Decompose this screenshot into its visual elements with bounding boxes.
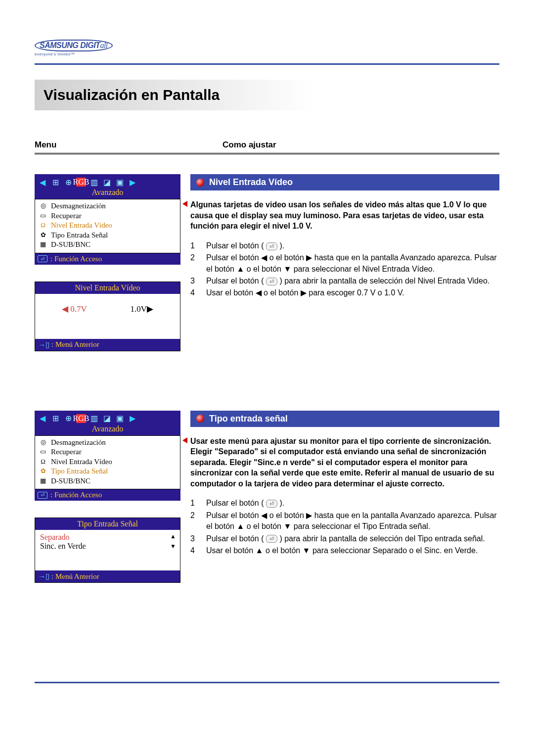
- page-title-bar: Visualización en Pantalla: [35, 80, 499, 110]
- top-divider: [35, 63, 499, 65]
- step-text: Pulsar el botón ( ⏎ ) para abrir la pant…: [206, 533, 499, 544]
- osd-subpanel-2: Tipo Entrada Señal Separado Sinc. en Ver…: [35, 518, 180, 583]
- osd-sub-body: ◀ 0.7V 1.0V▶: [35, 294, 180, 339]
- logo-area: SAMSUNG DIGITall everyone's invited™: [35, 25, 499, 61]
- step-text: Pulsar el botón ( ⏎ ) para abrir la pant…: [206, 276, 499, 286]
- osd-sub-title: Nivel Entrada Vídeo: [35, 282, 180, 294]
- tab-icon: ◪: [102, 414, 112, 423]
- step-number: 1: [190, 240, 199, 251]
- page-title: Visualización en Pantalla: [44, 87, 490, 103]
- sync-option-selected: Separado: [40, 533, 175, 542]
- menu-item-label-selected: Nivel Entrada Vídeo: [51, 221, 112, 231]
- tab-icon: ▥: [89, 178, 99, 187]
- enter-icon: ⏎: [38, 255, 47, 262]
- step-number: 3: [190, 276, 199, 286]
- arrow-down-icon: ▼: [170, 543, 176, 550]
- tab-icon: ⊕: [63, 414, 73, 423]
- osd-menu-list: ◎Desmagnetización ▭Recuperar ΩNivel Entr…: [35, 199, 180, 253]
- step-text: Pulsar el botón ◀ o el botón ▶ hasta que…: [206, 252, 499, 275]
- lead-paragraph: Usar este menú para ajustar su monitor p…: [190, 436, 499, 489]
- step-text: Pulsar el botón ( ⏎ ).: [206, 498, 499, 509]
- arrow-right-icon: ▶: [128, 414, 137, 423]
- pointer-icon: [182, 201, 187, 207]
- osd-func-label: : Función Acceso: [50, 255, 102, 263]
- step-number: 2: [190, 252, 199, 275]
- brand-tagline: everyone's invited™: [35, 52, 119, 56]
- osd-screenshot-1: ◀ ⊞ ⊕ RGB ▥ ◪ ▣ ▶ Avanzado ◎Desmagnetiza…: [35, 174, 180, 351]
- step-text: Usar el botón ◀ o el botón ▶ para escoge…: [206, 287, 499, 298]
- topic-heading: Tipo entrada señal: [190, 411, 499, 427]
- osd-function-hint: ⏎ : Función Acceso: [35, 253, 180, 265]
- osd-tab-title: Avanzado: [35, 425, 180, 435]
- menu-item-label: Recuperar: [51, 211, 82, 221]
- osd-func-label: : Función Acceso: [50, 491, 102, 499]
- menu-item-label: D-SUB/BNC: [51, 240, 90, 250]
- enter-button-icon: ⏎: [266, 535, 277, 543]
- osd-sub-body: Separado Sinc. en Verde ▲ ▼: [35, 530, 180, 570]
- enter-button-icon: ⏎: [266, 242, 277, 250]
- osd-subpanel-1: Nivel Entrada Vídeo ◀ 0.7V 1.0V▶ →▯ : Me…: [35, 282, 180, 351]
- topic-heading: Nivel Entrada Vídeo: [190, 174, 499, 190]
- arrow-up-icon: ▲: [170, 533, 176, 540]
- content-1: Nivel Entrada Vídeo Algunas tarjetas de …: [190, 174, 499, 300]
- header-como-ajustar: Como ajustar: [222, 140, 276, 150]
- osd-screenshot-2: ◀ ⊞ ⊕ RGB ▥ ◪ ▣ ▶ Avanzado ◎Desmagnetiza…: [35, 411, 180, 583]
- header-menu: Menu: [35, 140, 222, 150]
- osd-menu-list: ◎Desmagnetización ▭Recuperar ΩNivel Entr…: [35, 435, 180, 490]
- osd-foot-label: : Menú Anterior: [51, 572, 99, 581]
- bullet-icon: [196, 179, 204, 187]
- tab-icon: ⊞: [50, 178, 60, 187]
- tab-icon: ⊞: [50, 414, 60, 423]
- enter-button-icon: ⏎: [266, 278, 277, 285]
- lead-paragraph: Algunas tarjetas de video usan los señal…: [190, 199, 499, 232]
- bottom-divider: [35, 682, 499, 683]
- menu-item-icon: ▦: [39, 240, 47, 249]
- menu-item-label: D-SUB/BNC: [51, 476, 90, 486]
- osd-foot-label: : Menú Anterior: [51, 340, 99, 349]
- tab-icon: ▣: [115, 414, 125, 423]
- osd-tab-title: Avanzado: [35, 188, 180, 199]
- content-2: Tipo entrada señal Usar este menú para a…: [190, 411, 499, 558]
- menu-item-icon: Ω: [39, 458, 47, 466]
- level-option: 1.0V▶: [131, 304, 154, 314]
- level-option-selected: ◀ 0.7V: [62, 304, 87, 314]
- steps-list: 1Pulsar el botón ( ⏎ ). 2Pulsar el botón…: [190, 498, 499, 556]
- menu-item-label: Nivel Entrada Vídeo: [51, 457, 112, 467]
- enter-button-icon: ⏎: [266, 500, 277, 508]
- tab-icon-active: RGB: [76, 414, 86, 423]
- menu-item-icon: ▭: [39, 448, 47, 456]
- pointer-icon: [182, 437, 187, 443]
- exit-icon: →▯: [38, 340, 49, 349]
- menu-item-label: Tipo Entrada Señal: [51, 231, 108, 240]
- arrow-left-icon: ◀: [38, 414, 47, 423]
- tab-icon-active: RGB: [76, 178, 86, 187]
- step-text: Pulsar el botón ◀ o el botón ▶ hasta que…: [206, 510, 499, 532]
- menu-item-label: Desmagnetización: [51, 438, 106, 448]
- step-number: 2: [190, 510, 199, 532]
- step-number: 3: [190, 533, 199, 544]
- menu-item-label-selected: Tipo Entrada Señal: [51, 467, 108, 476]
- menu-item-icon: ◎: [39, 438, 47, 447]
- steps-list: 1Pulsar el botón ( ⏎ ). 2Pulsar el botón…: [190, 240, 499, 299]
- column-headers: Menu Como ajustar: [35, 140, 499, 154]
- menu-item-icon: ▦: [39, 477, 47, 485]
- menu-item-icon: Ω: [39, 221, 47, 230]
- topic-text: Tipo entrada señal: [209, 414, 288, 424]
- tab-icon: ▣: [115, 178, 125, 187]
- step-number: 4: [190, 287, 199, 298]
- topic-text: Nivel Entrada Vídeo: [209, 177, 293, 188]
- sync-option: Sinc. en Verde: [40, 542, 175, 551]
- osd-footer-hint: →▯ : Menú Anterior: [35, 570, 180, 582]
- arrow-right-icon: ▶: [128, 178, 137, 187]
- exit-icon: →▯: [38, 572, 49, 581]
- arrow-left-icon: ◀: [38, 178, 47, 187]
- brand-name: SAMSUNG DIGIT: [40, 41, 100, 49]
- menu-item-label: Recuperar: [51, 447, 82, 457]
- section-nivel-entrada-video: ◀ ⊞ ⊕ RGB ▥ ◪ ▣ ▶ Avanzado ◎Desmagnetiza…: [35, 174, 499, 351]
- enter-icon: ⏎: [38, 492, 47, 499]
- osd-tab-strip: ◀ ⊞ ⊕ RGB ▥ ◪ ▣ ▶: [35, 174, 180, 188]
- menu-item-icon: ◎: [39, 202, 47, 210]
- osd-footer-hint: →▯ : Menú Anterior: [35, 339, 180, 351]
- step-number: 4: [190, 545, 199, 556]
- menu-item-label: Desmagnetización: [51, 201, 106, 211]
